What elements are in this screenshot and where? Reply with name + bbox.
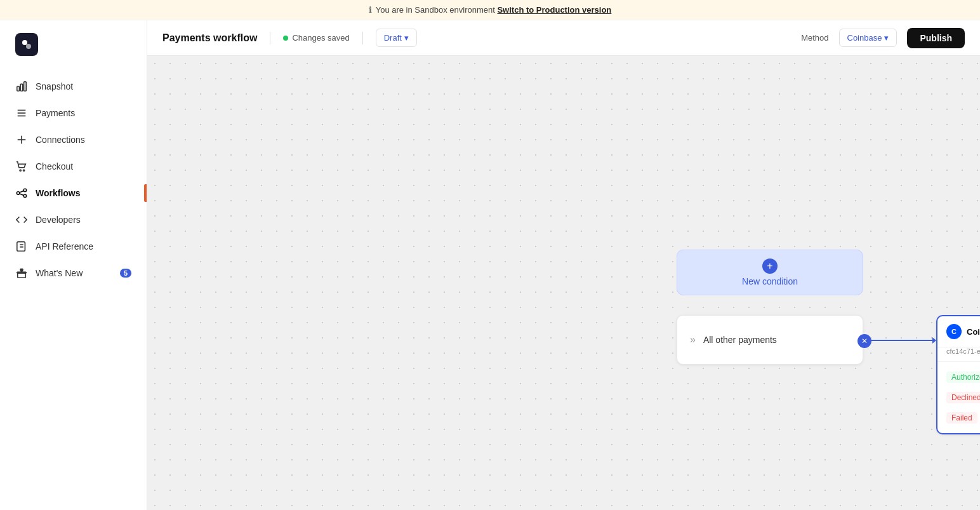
sidebar-nav: Snapshot Payments Connections <box>0 74 147 510</box>
draft-label: Draft <box>384 33 402 43</box>
sidebar-item-label-whats-new: What's New <box>36 268 83 278</box>
saved-dot <box>283 36 288 41</box>
sidebar-item-developers[interactable]: Developers <box>8 207 139 232</box>
sidebar-item-label-developers: Developers <box>36 215 81 225</box>
svg-point-12 <box>17 192 20 195</box>
workflow-icon <box>15 187 28 199</box>
gift-icon <box>15 267 28 279</box>
failed-status-label: Failed <box>946 412 977 424</box>
changes-saved-text: Changes saved <box>292 33 349 43</box>
banner-text: You are in Sandbox environment <box>376 5 495 15</box>
svg-line-15 <box>20 191 23 192</box>
sidebar-item-snapshot[interactable]: Snapshot <box>8 74 139 99</box>
changes-saved-indicator: Changes saved <box>283 33 349 43</box>
active-indicator <box>144 184 147 202</box>
coinbase-method-button[interactable]: Coinbase ▾ <box>839 29 897 47</box>
disconnect-button[interactable]: ✕ <box>858 334 871 348</box>
sidebar-item-whats-new[interactable]: What's New 5 <box>8 260 139 286</box>
publish-button[interactable]: Publish <box>907 28 965 48</box>
svg-line-16 <box>20 194 23 196</box>
coinbase-node: C Coinbase (AP... ··· cfc14c71-ee91-45f9… <box>936 315 980 434</box>
sidebar-item-label-connections: Connections <box>36 135 85 145</box>
all-other-payments-node[interactable]: » All other payments <box>677 315 863 365</box>
sidebar-item-label-checkout: Checkout <box>36 161 73 171</box>
all-other-label: All other payments <box>703 335 777 345</box>
method-label: Method <box>801 33 828 43</box>
main-area: Payments workflow Changes saved Draft ▾ … <box>147 20 980 510</box>
switch-to-production-link[interactable]: Switch to Production version <box>497 5 611 15</box>
list-icon <box>15 107 28 119</box>
info-icon: ℹ <box>369 5 372 15</box>
new-condition-plus-icon: + <box>762 258 778 274</box>
svg-point-1 <box>26 44 31 49</box>
coinbase-chevron-icon: ▾ <box>884 33 889 43</box>
workflow-canvas: + New condition » All other payments ✕ C… <box>147 56 980 510</box>
sidebar-item-checkout[interactable]: Checkout <box>8 154 139 179</box>
draft-button[interactable]: Draft ▾ <box>376 29 417 47</box>
coinbase-logo-icon: C <box>946 324 962 339</box>
svg-rect-2 <box>17 86 20 91</box>
svg-point-14 <box>23 194 27 198</box>
workflow-header: Payments workflow Changes saved Draft ▾ … <box>147 20 980 56</box>
coinbase-node-id: cfc14c71-ee91-45f9... <box>937 347 980 362</box>
authorized-row: Authorized + <box>937 367 980 387</box>
header-divider-2 <box>362 32 363 44</box>
sidebar-item-label-payments: Payments <box>36 108 75 118</box>
coinbase-method-label: Coinbase <box>847 33 882 43</box>
authorized-status-label: Authorized <box>946 372 980 383</box>
svg-rect-4 <box>24 82 27 91</box>
sidebar-item-api-reference[interactable]: API Reference <box>8 234 139 259</box>
sidebar-item-label-workflows: Workflows <box>36 188 81 198</box>
svg-rect-3 <box>20 84 23 91</box>
coinbase-node-title: Coinbase (AP... <box>967 327 980 337</box>
chevrons-right-icon: » <box>690 334 696 346</box>
svg-rect-20 <box>18 273 26 278</box>
cart-icon <box>15 160 28 173</box>
draft-chevron-icon: ▾ <box>404 33 409 43</box>
sandbox-banner: ℹ You are in Sandbox environment Switch … <box>0 0 980 20</box>
sidebar-item-payments[interactable]: Payments <box>8 100 139 126</box>
sidebar-item-workflows[interactable]: Workflows <box>8 180 139 206</box>
new-condition-node[interactable]: + New condition <box>677 250 863 295</box>
declined-row: Declined + <box>937 387 980 408</box>
logo-area <box>0 20 147 69</box>
sidebar-item-connections[interactable]: Connections <box>8 127 139 152</box>
declined-status-label: Declined <box>946 392 980 403</box>
coinbase-node-header: C Coinbase (AP... ··· <box>937 316 980 347</box>
header-divider <box>270 32 270 44</box>
plus-icon <box>15 133 28 146</box>
status-rows: Authorized + Declined + Failed + <box>937 362 980 433</box>
svg-point-0 <box>22 40 27 45</box>
code-icon <box>15 213 28 226</box>
whats-new-badge: 5 <box>120 269 131 278</box>
connection-line <box>863 340 936 341</box>
sidebar: Snapshot Payments Connections <box>0 20 147 510</box>
app-logo <box>15 33 38 56</box>
new-condition-label: New condition <box>742 276 798 286</box>
svg-point-13 <box>23 189 27 192</box>
book-icon <box>15 240 28 253</box>
workflow-title: Payments workflow <box>162 32 257 44</box>
failed-row: Failed + <box>937 408 980 428</box>
bar-chart-icon <box>15 80 28 93</box>
sidebar-item-label-api-reference: API Reference <box>36 241 93 252</box>
svg-point-10 <box>20 170 21 171</box>
svg-point-11 <box>23 170 25 171</box>
sidebar-item-label-snapshot: Snapshot <box>36 81 73 91</box>
